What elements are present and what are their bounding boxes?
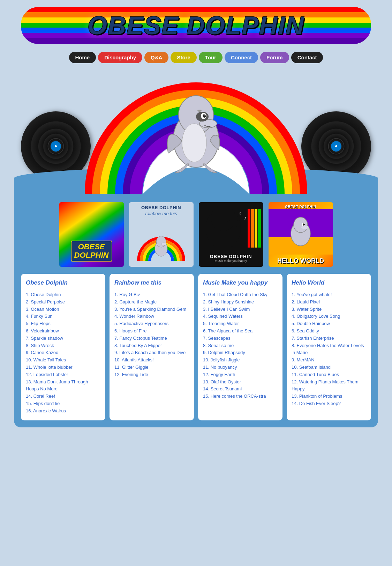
album-cover-1[interactable]: OBESE DOLPHIN [59, 202, 124, 267]
track-item: 13. Olaf the Oyster [203, 378, 278, 386]
track-item: 6. Hoops of Fire [114, 328, 189, 335]
track-item: 4. Obligatory Love Song [292, 313, 366, 320]
svg-point-8 [197, 110, 202, 112]
track-item: 8. Ship Wreck [26, 342, 100, 350]
album-cover-3[interactable]: ♪ ♫ OBESE DOLPHIN music make you happy [199, 202, 263, 267]
track-item: 5. Treading Water [203, 320, 278, 328]
track-item: 10. Jellyfish Jiggle [203, 356, 278, 364]
track-item: 4. Wonder Rainbow [114, 313, 189, 320]
track-item: 2. Capture the Magic [114, 299, 189, 306]
logo-banner: OBESE DOLPHIN [21, 7, 371, 44]
track-item: 6. The Alpaca of the Sea [203, 328, 278, 335]
album-3-subtitle: music make you happy [210, 259, 252, 263]
svg-point-10 [156, 236, 166, 247]
nav-tour[interactable]: Tour [199, 52, 223, 63]
track-item: 3. Water Sprite [292, 306, 366, 313]
album-2-subtitle: rainbow me this [145, 211, 177, 216]
svg-point-13 [211, 205, 235, 231]
svg-point-25 [301, 226, 308, 229]
tracklist-card-2: Music Make you happy1. Get That Cloud Ou… [198, 274, 282, 420]
nav-qa[interactable]: Q&A [144, 52, 168, 63]
track-item: 11. Glitter Giggle [114, 364, 189, 371]
track-item: 4. Funky Sun [26, 313, 100, 320]
tracklist-card-0: Obese Dolphin1. Obese Dolphin2. Special … [21, 274, 105, 420]
track-item: 7. Sparkle shadow [26, 335, 100, 342]
nav-store[interactable]: Store [171, 52, 196, 63]
svg-rect-18 [258, 209, 261, 248]
track-item: 14. Secret Tsunami [203, 385, 278, 393]
track-item: 12. Evening Tide [114, 371, 189, 378]
svg-text:♫: ♫ [239, 211, 242, 215]
album-2-brand: OBESE DOLPHIN [141, 205, 181, 210]
nav-forum[interactable]: Forum [260, 52, 289, 63]
album-cover-4[interactable]: OBESE DOLPHIN HELLO WORLD [269, 202, 333, 267]
track-item: 1. You've got whale! [292, 291, 366, 299]
track-item: 7. Fancy Octopus Teatime [114, 335, 189, 342]
svg-point-14 [227, 220, 241, 227]
tracklist-title-2: Music Make you happy [203, 279, 278, 286]
track-item: 7. Starfish Enterprise [292, 335, 366, 342]
nav-contact[interactable]: Contact [291, 52, 323, 63]
track-item: 8. Sonar so me [203, 342, 278, 350]
track-item: 1. Get That Cloud Outta the Sky [203, 291, 278, 299]
track-item: 2. Shiny Happy Sunshine [203, 299, 278, 306]
track-item: 11. Whole lotta blubber [26, 364, 100, 371]
albums-row: OBESE DOLPHIN OBESE DOLPHIN rainbow me t… [21, 202, 371, 267]
track-item: 12. Foggy Earth [203, 371, 278, 378]
album-cover-2[interactable]: OBESE DOLPHIN rainbow me this [129, 202, 194, 267]
track-item: 9. Dolphin Rhapsody [203, 349, 278, 356]
track-item: 10. Atlantis Attacks! [114, 356, 189, 364]
track-item: 9. MerMAN [292, 356, 366, 364]
track-item: 2. Liquid Pixel [292, 299, 366, 306]
track-item: 3. Ocean Motion [26, 306, 100, 313]
track-item: 4. Sequined Waters [203, 313, 278, 320]
album-4-title: HELLO WORLD [277, 257, 324, 264]
tracklists-row: Obese Dolphin1. Obese Dolphin2. Special … [21, 274, 371, 420]
svg-point-6 [204, 114, 206, 116]
album-3-art: ♪ ♫ [199, 202, 263, 255]
tracklist-card-1: Rainbow me this1. Roy G Biv2. Capture th… [110, 274, 194, 420]
track-item: 16. Anorexic Walrus [26, 407, 100, 415]
svg-rect-17 [255, 209, 257, 248]
svg-point-27 [303, 223, 305, 226]
track-item: 10. Whale Tail Tales [26, 356, 100, 364]
track-item: 6. Sea Oddity [292, 328, 366, 335]
track-item: 14. Do Fish Ever Sleep? [292, 400, 366, 407]
track-item: 13. Plankton of Problems [292, 393, 366, 400]
track-item: 3. I Believe I Can Swim [203, 306, 278, 313]
tracklist-title-1: Rainbow me this [114, 279, 189, 286]
nav-connect[interactable]: Connect [225, 52, 258, 63]
svg-text:♪: ♪ [244, 215, 247, 221]
track-item: 9. Life's a Beach and then you Dive [114, 349, 189, 356]
track-item: 1. Roy G Biv [114, 291, 189, 299]
main-content: OBESE DOLPHIN OBESE DOLPHIN rainbow me t… [14, 195, 378, 427]
nav-home[interactable]: Home [69, 52, 96, 63]
track-item: 6. Velocirainbow [26, 328, 100, 335]
svg-point-7 [182, 124, 206, 162]
album-4-brand: OBESE DOLPHIN [271, 205, 330, 209]
tracklist-title-3: Hello World [292, 279, 366, 286]
hero-area [14, 66, 378, 195]
track-item: 13. Mama Don't Jump Through Hoops No Mor… [26, 378, 100, 393]
track-item: 1. Obese Dolphin [26, 291, 100, 299]
track-item: 5. Flip Flops [26, 320, 100, 328]
tracklist-card-3: Hello World1. You've got whale!2. Liquid… [287, 274, 371, 420]
track-item: 7. Seascapes [203, 335, 278, 342]
track-item: 10. Seafoam Island [292, 364, 366, 371]
track-item: 5. Radioactive Hyperlasers [114, 320, 189, 328]
track-item: 15. Flips don't lie [26, 400, 100, 407]
svg-rect-16 [251, 209, 254, 248]
track-item: 5. Double Rainbow [292, 320, 366, 328]
dolphin-mascot [161, 83, 231, 174]
track-item: 2. Special Porpoise [26, 299, 100, 306]
album-4-art [269, 209, 333, 255]
nav-discography[interactable]: Discography [98, 52, 142, 63]
track-item: 9. Canoe Kazoo [26, 349, 100, 356]
logo-text: OBESE DOLPHIN [31, 11, 361, 40]
header: OBESE DOLPHIN [0, 0, 392, 47]
track-item: 11. Canned Tuna Blues [292, 371, 366, 378]
track-item: 15. Here comes the ORCA-stra [203, 393, 278, 400]
track-item: 8. Everyone Hates the Water Levels in Ma… [292, 342, 366, 357]
svg-point-24 [294, 217, 308, 233]
tracklist-title-0: Obese Dolphin [26, 279, 100, 286]
